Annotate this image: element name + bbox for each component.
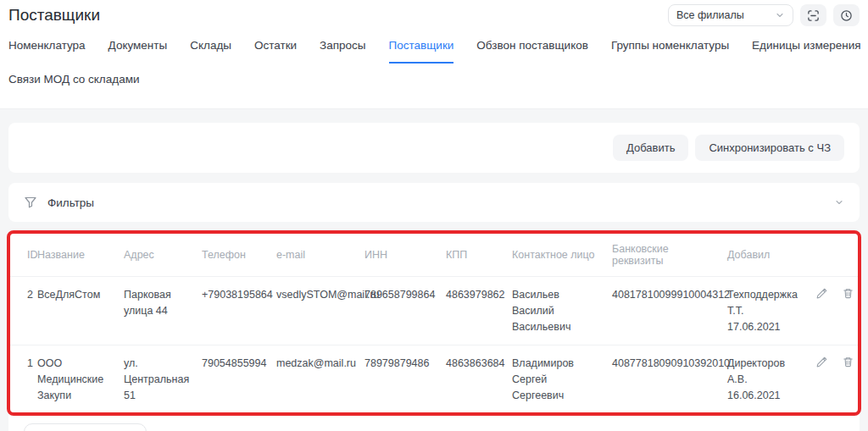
col-email: e-mail [276, 232, 364, 277]
expand-scan-icon [807, 9, 820, 22]
cell-address: ул. Центральная 51 [124, 345, 202, 414]
branch-filter-value: Все филиалы [676, 9, 744, 21]
tab-dokumenty[interactable]: Документы [108, 39, 168, 64]
added-by-date: 16.06.2021 [727, 388, 804, 404]
cell-id: 2 [8, 277, 37, 345]
table-row: 2 ВсеДляСтом Парковая улица 44 +79038195… [8, 277, 860, 345]
funnel-icon [24, 196, 37, 209]
actions-card: Добавить Синхронизировать с ЧЗ [8, 123, 860, 173]
tab-gruppy-nomenklatury[interactable]: Группы номенклатуры [611, 39, 729, 64]
cell-contact: Васильев Василий Васильевич [512, 277, 612, 345]
cell-bank: 40817810099910004312 [612, 277, 727, 345]
filters-collapse-chevron-icon[interactable] [834, 197, 844, 207]
delete-button[interactable] [842, 287, 854, 300]
col-id: ID [8, 232, 37, 277]
col-added-by: Добавил [727, 232, 815, 277]
col-address: Адрес [124, 232, 202, 277]
chevron-down-icon [775, 10, 785, 20]
edit-button[interactable] [815, 287, 828, 300]
table-header-row: ID Название Адрес Телефон e-mail ИНН КПП… [8, 232, 860, 277]
cell-bank: 40877818090910392010 [612, 345, 727, 414]
tab-zaprosy[interactable]: Запросы [320, 39, 365, 64]
tab-svyazi-mod[interactable]: Связи МОД со складами [8, 73, 139, 96]
cell-email: vsedlySTOM@mail.ru [276, 277, 364, 345]
col-bank: Банковские реквизиты [612, 232, 727, 277]
table-row: 1 ООО Медицинские Закупи ул. Центральная… [8, 345, 860, 414]
pagination-row: « ‹ 1 › » Страниц 1 Элементов 2 [8, 414, 860, 431]
delete-button[interactable] [842, 356, 854, 368]
tab-edinicy-izmereniya[interactable]: Единицы измерения [752, 39, 860, 64]
col-kpp: КПП [446, 232, 512, 277]
tab-obzvon-postavshchikov[interactable]: Обзвон поставщиков [476, 39, 588, 64]
nav-tabs: Номенклатура Документы Склады Остатки За… [0, 29, 868, 64]
col-inn: ИНН [364, 232, 446, 277]
col-name: Название [37, 232, 124, 277]
nav-tabs-row2: Связи МОД со складами [0, 64, 868, 108]
cell-inn: 789658799864 [364, 277, 446, 345]
filters-label: Фильтры [47, 196, 94, 209]
cell-id: 1 [8, 345, 37, 414]
topbar: Поставщики Все филиалы [0, 0, 868, 29]
cell-inn: 78979879486 [364, 345, 446, 414]
edit-button[interactable] [815, 356, 828, 368]
cell-name: ВсеДляСтом [37, 277, 124, 345]
history-button[interactable] [833, 4, 860, 26]
page-header: Поставщики Все филиалы [0, 0, 868, 109]
add-button[interactable]: Добавить [613, 135, 688, 161]
cell-actions [815, 277, 860, 345]
col-contact: Контактное лицо [512, 232, 612, 277]
cell-phone: 79054855994 [202, 345, 276, 414]
col-phone: Телефон [202, 232, 276, 277]
cell-phone: +79038195864 [202, 277, 276, 345]
cell-actions [815, 345, 860, 414]
suppliers-table: ID Название Адрес Телефон e-mail ИНН КПП… [8, 232, 860, 414]
cell-added-by: Директоров А.В. 16.06.2021 [727, 345, 815, 414]
added-by-date: 17.06.2021 [727, 319, 804, 335]
added-by-name: Директоров А.В. [727, 356, 804, 388]
added-by-name: Техподдержка Т.Т. [727, 287, 804, 319]
cell-name: ООО Медицинские Закупи [37, 345, 124, 414]
col-actions [815, 232, 860, 277]
sync-chz-button[interactable]: Синхронизировать с ЧЗ [695, 135, 844, 161]
suppliers-table-zone: ID Название Адрес Телефон e-mail ИНН КПП… [8, 232, 860, 414]
branch-filter-select[interactable]: Все филиалы [668, 4, 793, 26]
expand-button[interactable] [800, 4, 826, 26]
main-content: Добавить Синхронизировать с ЧЗ Фильтры I… [0, 109, 868, 431]
tab-ostatki[interactable]: Остатки [254, 39, 297, 64]
cell-contact: Владимиров Сергей Сергеевич [512, 345, 612, 414]
cell-address: Парковая улица 44 [124, 277, 202, 345]
cell-kpp: 4863863684 [446, 345, 512, 414]
filters-panel[interactable]: Фильтры [8, 183, 860, 222]
suppliers-table-card: ID Название Адрес Телефон e-mail ИНН КПП… [8, 232, 860, 431]
topbar-controls: Все филиалы [668, 4, 860, 26]
tab-postavshchiki[interactable]: Поставщики [389, 39, 454, 64]
page-title: Поставщики [8, 6, 100, 25]
cell-kpp: 4863979862 [446, 277, 512, 345]
cell-added-by: Техподдержка Т.Т. 17.06.2021 [727, 277, 815, 345]
tab-nomenklatura[interactable]: Номенклатура [8, 39, 86, 64]
pager: « ‹ 1 › » [24, 423, 147, 431]
clock-icon [840, 9, 853, 22]
cell-email: medzak@mail.ru [276, 345, 364, 414]
tab-sklady[interactable]: Склады [190, 39, 231, 64]
